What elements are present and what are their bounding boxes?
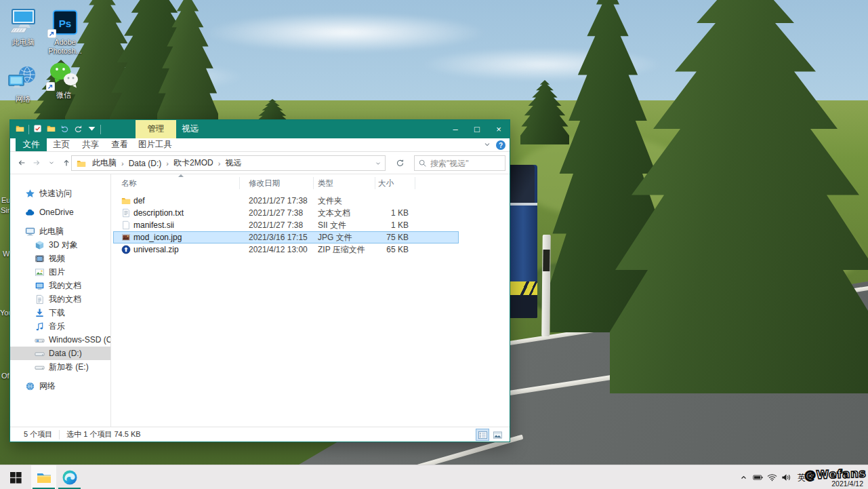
- folder-icon: [121, 196, 131, 206]
- qat-menu-caret-button[interactable]: [87, 124, 97, 134]
- sidebar-item-3D 对象[interactable]: 3D 对象: [10, 238, 110, 252]
- file-blank-icon: [121, 220, 131, 230]
- sidebar-item-下载[interactable]: 下载: [10, 306, 110, 319]
- view-buttons: [476, 429, 504, 441]
- maximize-button[interactable]: □: [466, 120, 488, 138]
- windows-logo-icon: [10, 472, 22, 484]
- qat-undo-button[interactable]: [60, 124, 70, 134]
- drive-windows-icon: [35, 335, 45, 345]
- start-button[interactable]: [0, 465, 31, 489]
- details-view-button[interactable]: [476, 429, 489, 441]
- column-header-修改日期[interactable]: 修改日期: [240, 177, 314, 189]
- sidebar-item-新加卷 (E:)[interactable]: 新加卷 (E:): [10, 360, 110, 374]
- documents-icon: [35, 294, 45, 305]
- music-icon: [35, 321, 45, 332]
- quick-access-toolbar: [10, 124, 101, 134]
- address-bar: 此电脑›Data (D:)›欧卡2MOD›视远: [10, 152, 510, 174]
- taskbar-file-explorer[interactable]: [31, 465, 56, 489]
- breadcrumb-separator: ›: [215, 159, 224, 168]
- desktop-icon-此电脑[interactable]: 此电脑: [1, 8, 45, 47]
- file-row-universal.zip[interactable]: universal.zip2021/4/12 13:00ZIP 压缩文件65 K…: [113, 243, 459, 256]
- wifi-icon[interactable]: [765, 465, 779, 489]
- refresh-button[interactable]: [391, 155, 409, 171]
- file-zip-icon: [121, 245, 131, 254]
- close-button[interactable]: ×: [488, 120, 510, 138]
- sidebar-item-Data (D:)[interactable]: Data (D:): [10, 347, 110, 360]
- file-date-cell: 2021/4/12 13:00: [240, 245, 314, 254]
- sidebar-item-快速访问[interactable]: 快速访问: [10, 187, 110, 200]
- volume-icon[interactable]: [779, 465, 793, 489]
- desktop-icon-微信[interactable]: 微信: [42, 61, 85, 100]
- screen: EuSimWYouOf 此电脑PsAdobe Photosh...网络微信 管理…: [0, 0, 868, 489]
- sidebar-item-label: 我的文档: [49, 294, 81, 305]
- qat-redo-button[interactable]: [73, 124, 83, 134]
- ribbon-tab-查看[interactable]: 查看: [105, 138, 134, 151]
- drive-icon: [35, 362, 45, 372]
- file-size-cell: 65 KB: [375, 245, 413, 254]
- taskbar-edge[interactable]: [57, 465, 82, 489]
- sidebar-item-我的文档[interactable]: 我的文档: [10, 292, 110, 306]
- sidebar-item-此电脑[interactable]: 此电脑: [10, 224, 110, 238]
- column-header-类型[interactable]: 类型: [314, 177, 375, 189]
- truck: [505, 165, 537, 318]
- ribbon-tab-主页[interactable]: 主页: [47, 138, 76, 151]
- forward-button[interactable]: [29, 155, 44, 170]
- ribbon-expand-icon[interactable]: [483, 140, 491, 151]
- watermark: @Wefans: [804, 466, 866, 482]
- address-dropdown-icon[interactable]: [371, 160, 385, 167]
- back-button[interactable]: [14, 155, 29, 170]
- file-date-cell: 2021/3/16 17:15: [240, 233, 314, 242]
- thumbnails-view-button[interactable]: [491, 429, 504, 441]
- breadcrumb-item[interactable]: 欧卡2MOD: [172, 157, 215, 169]
- qat-properties-check-button[interactable]: [33, 124, 43, 134]
- navigation-pane: 快速访问OneDrive此电脑3D 对象视频图片我的文档我的文档下载音乐Wind…: [10, 174, 111, 427]
- sidebar-item-视频[interactable]: 视频: [10, 252, 110, 265]
- file-name-cell: mod_icon.jpg: [113, 233, 240, 242]
- file-date-cell: 2021/1/27 7:38: [240, 220, 314, 230]
- column-header-大小[interactable]: 大小: [375, 177, 415, 189]
- battery-icon[interactable]: [751, 465, 765, 489]
- sidebar-item-我的文档[interactable]: 我的文档: [10, 279, 110, 292]
- sidebar-item-图片[interactable]: 图片: [10, 265, 110, 279]
- qat-new-folder-button[interactable]: [46, 124, 56, 134]
- file-row-def[interactable]: def2021/1/27 17:38文件夹: [113, 195, 459, 207]
- tray-chevron-up-icon[interactable]: [737, 465, 751, 489]
- breadcrumb-item[interactable]: Data (D:): [127, 159, 163, 168]
- truck-yellow-band: [505, 281, 537, 295]
- breadcrumb-item[interactable]: 此电脑: [91, 157, 118, 169]
- file-row-description.txt[interactable]: description.txt2021/1/27 7:38文本文档1 KB: [113, 207, 459, 219]
- photoshop-icon: Ps: [49, 8, 81, 37]
- desktop-icon-Adobe Photosh...[interactable]: PsAdobe Photosh...: [43, 8, 87, 56]
- ribbon-tab-图片工具[interactable]: 图片工具: [135, 138, 175, 151]
- help-icon[interactable]: ?: [496, 140, 505, 150]
- sidebar-item-OneDrive[interactable]: OneDrive: [10, 206, 110, 219]
- contextual-tab-manage[interactable]: 管理: [136, 120, 176, 138]
- qat-folder-button[interactable]: [15, 124, 25, 134]
- ribbon-tab-共享[interactable]: 共享: [76, 138, 105, 151]
- sort-ascending-indicator: [178, 174, 184, 177]
- sidebar-item-label: Data (D:): [49, 349, 82, 358]
- breadcrumb-item[interactable]: 视远: [224, 157, 243, 169]
- sidebar-item-label: 我的文档: [49, 280, 81, 292]
- address-box[interactable]: 此电脑›Data (D:)›欧卡2MOD›视远: [71, 155, 386, 171]
- new-folder-icon: [47, 124, 56, 135]
- minimize-button[interactable]: –: [445, 120, 466, 138]
- file-row-manifest.sii[interactable]: manifest.sii2021/1/27 7:38SII 文件1 KB: [113, 219, 459, 231]
- recent-locations-icon[interactable]: [44, 155, 59, 170]
- column-headers: 名称修改日期类型大小: [113, 177, 415, 189]
- column-header-名称[interactable]: 名称: [113, 177, 240, 189]
- sidebar-item-音乐[interactable]: 音乐: [10, 319, 110, 333]
- objects-3d-icon: [35, 240, 45, 250]
- sidebar-item-label: 新加卷 (E:): [49, 361, 89, 373]
- file-name-cell: description.txt: [113, 208, 240, 218]
- ribbon-tab-文件[interactable]: 文件: [16, 138, 47, 151]
- properties-check-icon: [33, 124, 42, 135]
- ribbon-tabs: 文件主页共享查看图片工具: [10, 138, 510, 152]
- explorer-main: 快速访问OneDrive此电脑3D 对象视频图片我的文档我的文档下载音乐Wind…: [10, 174, 510, 427]
- desktop-icon-网络[interactable]: 网络: [1, 65, 45, 104]
- search-input[interactable]: [430, 159, 505, 168]
- sidebar-item-Windows-SSD (C:)[interactable]: Windows-SSD (C:): [10, 333, 110, 347]
- file-row-mod_icon.jpg[interactable]: mod_icon.jpg2021/3/16 17:15JPG 文件75 KB: [113, 231, 459, 243]
- quick-access-star-icon: [25, 189, 35, 199]
- sidebar-item-网络[interactable]: 网络: [10, 379, 110, 393]
